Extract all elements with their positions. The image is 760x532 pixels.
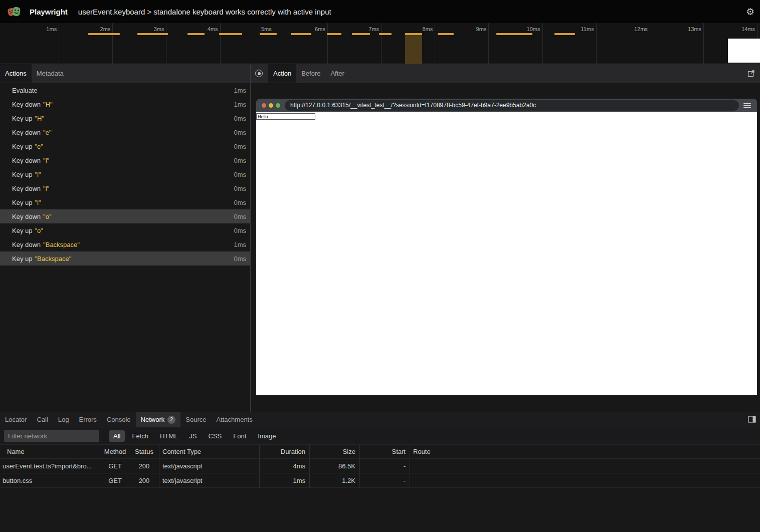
address-bar: http://127.0.0.1:63315/__vitest_test__/?…	[285, 100, 739, 111]
action-row[interactable]: Key up"Backspace"0ms	[0, 251, 250, 265]
trace-viewer: Playwright userEvent.keyboard > standalo…	[0, 0, 760, 532]
action-param: "l"	[43, 157, 49, 164]
timeline-tick-label: 5ms	[242, 26, 272, 32]
timeline-action-bar[interactable]	[260, 33, 277, 35]
actions-panel: ActionsMetadata Evaluate1msKey down"H"1m…	[0, 64, 251, 412]
network-cell: 1ms	[260, 473, 310, 488]
network-row[interactable]: userEvent.test.ts?import&bro...GET200tex…	[0, 459, 760, 473]
timeline-action-bar[interactable]	[438, 33, 454, 35]
action-param: "o"	[35, 227, 43, 234]
filter-chip-html[interactable]: HTML	[155, 430, 182, 442]
action-row[interactable]: Evaluate1ms	[0, 83, 250, 97]
action-row[interactable]: Key up"l"0ms	[0, 167, 250, 181]
action-row[interactable]: Key down"l"0ms	[0, 181, 250, 195]
timeline-gridline	[59, 23, 59, 64]
timeline-gridline	[327, 23, 328, 64]
timeline-tick-label: 8ms	[403, 26, 433, 32]
action-row[interactable]: Key down"e"0ms	[0, 125, 250, 139]
snapshot-text-input[interactable]	[256, 113, 315, 120]
filter-chip-image[interactable]: Image	[253, 430, 280, 442]
traffic-light-red-icon	[262, 103, 266, 108]
network-cell: 1.2K	[310, 473, 360, 488]
filter-chip-css[interactable]: CSS	[204, 430, 227, 442]
film-strip-thumbnail[interactable]	[728, 39, 760, 63]
timeline-action-bar[interactable]	[219, 33, 242, 35]
tab-action[interactable]: Action	[268, 64, 296, 83]
timeline-gridline	[542, 23, 543, 64]
action-row[interactable]: Key up"H"0ms	[0, 111, 250, 125]
timeline-selected-range[interactable]	[405, 33, 422, 64]
timeline-tick-label: 2ms	[80, 26, 110, 32]
timeline-gridline	[112, 23, 113, 64]
timeline-gridline	[166, 23, 166, 64]
gear-icon[interactable]: ⚙	[746, 7, 754, 17]
timeline-action-bar[interactable]	[137, 33, 168, 35]
timeline-action-bar[interactable]	[352, 33, 370, 35]
network-table-header: NameMethodStatusContent TypeDurationSize…	[0, 444, 760, 459]
action-row[interactable]: Key up"o"0ms	[0, 223, 250, 237]
timeline-gridline	[435, 23, 435, 64]
action-row[interactable]: Key down"Backspace"1ms	[0, 237, 250, 251]
action-row[interactable]: Key up"e"0ms	[0, 139, 250, 153]
app-header: Playwright userEvent.keyboard > standalo…	[0, 0, 760, 23]
network-table-body: userEvent.test.ts?import&bro...GET200tex…	[0, 459, 760, 488]
tab-metadata[interactable]: Metadata	[32, 64, 69, 83]
action-row[interactable]: Key down"l"0ms	[0, 153, 250, 167]
action-label: Key up	[12, 255, 32, 262]
column-header-content-type: Content Type	[159, 445, 260, 459]
open-external-icon[interactable]	[747, 70, 755, 77]
timeline-action-bar[interactable]	[554, 33, 575, 35]
tab-label: Metadata	[37, 70, 64, 77]
action-label: Key up	[12, 227, 32, 234]
timeline-tick-label: 13ms	[671, 26, 701, 32]
action-row[interactable]: Key up"l"0ms	[0, 195, 250, 209]
tab-label: Call	[37, 416, 48, 423]
toggle-layout-icon[interactable]	[748, 416, 756, 423]
tab-source[interactable]: Source	[180, 412, 211, 427]
timeline[interactable]: 1ms2ms3ms4ms5ms6ms7ms8ms9ms10ms11ms12ms1…	[0, 23, 760, 64]
network-cell: text/javascript	[159, 473, 260, 488]
action-param: "l"	[35, 199, 41, 206]
tab-before[interactable]: Before	[296, 64, 325, 83]
filter-chip-js[interactable]: JS	[184, 430, 201, 442]
tab-label: Console	[107, 416, 131, 423]
pick-locator-icon[interactable]	[255, 70, 263, 77]
timeline-action-bar[interactable]	[405, 33, 422, 35]
network-filter-input[interactable]	[4, 430, 99, 442]
tab-network[interactable]: Network2	[136, 412, 181, 427]
network-row[interactable]: button.cssGET200text/javascript1ms1.2K-	[0, 473, 760, 488]
timeline-action-bar[interactable]	[379, 33, 392, 35]
tab-log[interactable]: Log	[53, 412, 74, 427]
timeline-action-bar[interactable]	[291, 33, 311, 35]
tab-console[interactable]: Console	[102, 412, 136, 427]
action-duration: 0ms	[234, 227, 246, 234]
timeline-action-bar[interactable]	[496, 33, 532, 35]
tab-after[interactable]: After	[325, 64, 349, 83]
tab-errors[interactable]: Errors	[74, 412, 101, 427]
traffic-light-green-icon	[276, 103, 280, 108]
action-row[interactable]: Key down"H"1ms	[0, 97, 250, 111]
tab-locator[interactable]: Locator	[0, 412, 32, 427]
tab-actions[interactable]: Actions	[0, 64, 32, 83]
action-row[interactable]: Key down"o"0ms	[0, 209, 250, 223]
network-cell: GET	[101, 459, 129, 473]
timeline-gridline	[703, 23, 704, 64]
timeline-action-bar[interactable]	[88, 33, 120, 35]
tab-attachments[interactable]: Attachments	[211, 412, 257, 427]
app-brand: Playwright	[30, 8, 68, 16]
action-label: Evaluate	[12, 87, 38, 94]
timeline-tick-label: 9ms	[456, 26, 486, 32]
tab-label: Log	[58, 416, 69, 423]
network-cell: 86.5K	[310, 459, 360, 473]
action-param: "Backspace"	[43, 241, 80, 248]
filter-chip-font[interactable]: Font	[229, 430, 251, 442]
timeline-action-bar[interactable]	[187, 33, 205, 35]
filter-chip-all[interactable]: All	[109, 430, 125, 442]
filter-chip-fetch[interactable]: Fetch	[127, 430, 153, 442]
timeline-gridline	[650, 23, 650, 64]
trace-title: userEvent.keyboard > standalone keyboard…	[78, 8, 331, 16]
tab-label: Network	[141, 416, 165, 423]
action-label: Key down	[12, 157, 41, 164]
timeline-action-bar[interactable]	[327, 33, 341, 35]
tab-call[interactable]: Call	[32, 412, 53, 427]
